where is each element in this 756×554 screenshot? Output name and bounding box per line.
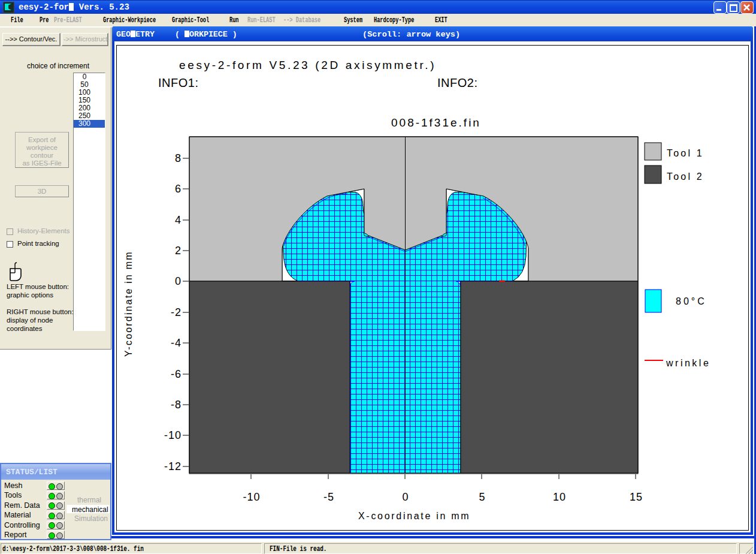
svg-text:15: 15: [630, 491, 643, 503]
svg-text:X-coordinate in mm: X-coordinate in mm: [358, 511, 470, 521]
svg-text:INFO1:: INFO1:: [158, 76, 198, 89]
svg-text:-10: -10: [243, 491, 260, 503]
svg-text:Tool 1: Tool 1: [667, 148, 704, 158]
svg-text:-12: -12: [164, 460, 182, 472]
svg-text:INFO2:: INFO2:: [437, 76, 477, 89]
svg-text:5: 5: [479, 491, 485, 503]
svg-text:80°C: 80°C: [676, 296, 707, 306]
svg-text:-5: -5: [323, 491, 334, 503]
svg-text:6: 6: [175, 183, 182, 195]
svg-text:008-1f31e.fin: 008-1f31e.fin: [391, 116, 481, 129]
svg-text:-6: -6: [171, 368, 182, 380]
svg-text:-4: -4: [171, 337, 182, 349]
svg-text:2: 2: [175, 245, 182, 257]
svg-text:eesy-2-form V5.23 (2D axisy: eesy-2-form V5.23 (2D axisymmetr.): [179, 59, 436, 71]
svg-text:8: 8: [175, 152, 182, 164]
svg-text:wrinkle: wrinkle: [666, 358, 710, 368]
svg-text:-8: -8: [171, 399, 182, 411]
svg-text:0: 0: [402, 491, 409, 503]
svg-text:Tool 2: Tool 2: [667, 171, 704, 182]
svg-text:10: 10: [553, 491, 566, 503]
svg-text:-2: -2: [171, 306, 182, 318]
svg-text:Y-coordinate in mm: Y-coordinate in mm: [123, 251, 134, 357]
svg-text:-10: -10: [164, 429, 182, 441]
svg-text:0: 0: [175, 275, 182, 287]
svg-text:4: 4: [175, 214, 182, 226]
